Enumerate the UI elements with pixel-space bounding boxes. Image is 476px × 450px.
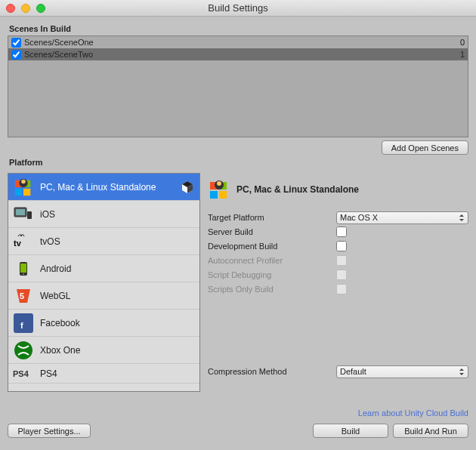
- svg-point-5: [21, 179, 26, 183]
- svg-rect-2: [15, 188, 22, 195]
- add-open-scenes-button[interactable]: Add Open Scenes: [382, 140, 468, 155]
- option-row: Target Platform Mac OS X: [208, 211, 468, 224]
- scene-index: 1: [460, 50, 465, 59]
- option-row: Development Build: [208, 239, 468, 253]
- platform-name: PC, Mac & Linux Standalone: [40, 182, 156, 193]
- platform-row[interactable]: 5 WebGL: [8, 282, 199, 310]
- scene-index: 0: [460, 38, 465, 47]
- option-label: Autoconnect Profiler: [208, 256, 336, 265]
- svg-point-19: [14, 341, 32, 359]
- scene-name: Scenes/SceneTwo: [24, 50, 93, 59]
- platform-row[interactable]: Android: [8, 255, 199, 282]
- svg-text:PS4: PS4: [13, 369, 29, 378]
- svg-rect-24: [219, 191, 227, 199]
- facebook-icon: f: [13, 313, 34, 334]
- option-checkbox[interactable]: [336, 227, 347, 237]
- compression-select[interactable]: Default: [336, 365, 468, 378]
- svg-rect-11: [27, 211, 32, 219]
- svg-text:5: 5: [20, 291, 24, 301]
- scene-name: Scenes/SceneOne: [24, 38, 94, 47]
- close-icon[interactable]: [6, 4, 15, 13]
- option-row: Server Build: [208, 225, 468, 239]
- pc-icon: [208, 178, 230, 201]
- window-title: Build Settings: [0, 2, 476, 14]
- window-controls: [6, 4, 45, 13]
- scene-checkbox[interactable]: [11, 50, 21, 60]
- tvos-icon: tv: [13, 231, 34, 252]
- scenes-list[interactable]: Scenes/SceneOne 0 Scenes/SceneTwo 1: [8, 35, 468, 137]
- build-options-panel: PC, Mac & Linux Standalone Target Platfo…: [208, 173, 468, 418]
- player-settings-button[interactable]: Player Settings...: [8, 424, 91, 438]
- svg-rect-10: [16, 209, 25, 215]
- unity-icon: [180, 180, 195, 195]
- option-checkbox[interactable]: [336, 241, 347, 251]
- scene-checkbox[interactable]: [11, 38, 21, 48]
- svg-rect-23: [210, 191, 218, 199]
- xbox-icon: [13, 340, 34, 361]
- minimize-icon[interactable]: [21, 4, 30, 13]
- android-icon: [13, 258, 34, 279]
- titlebar: Build Settings: [0, 0, 476, 17]
- svg-point-15: [23, 273, 24, 275]
- scenes-label: Scenes In Build: [9, 24, 468, 33]
- build-target-title: PC, Mac & Linux Standalone: [236, 184, 359, 195]
- ios-icon: [13, 204, 34, 225]
- build-button[interactable]: Build: [313, 424, 388, 438]
- zoom-icon[interactable]: [36, 4, 45, 13]
- platform-name: tvOS: [40, 236, 60, 247]
- option-checkbox: [336, 284, 347, 294]
- platform-name: Facebook: [40, 318, 80, 328]
- build-and-run-button[interactable]: Build And Run: [393, 424, 468, 438]
- platform-list[interactable]: PC, Mac & Linux Standalone iOS tv tvOS A…: [8, 173, 200, 392]
- scene-row[interactable]: Scenes/SceneOne 0: [8, 36, 468, 48]
- compression-label: Compression Method: [208, 367, 336, 376]
- option-label: Development Build: [208, 242, 336, 251]
- svg-text:tv: tv: [14, 239, 22, 248]
- platform-label: Platform: [9, 158, 468, 167]
- option-label: Target Platform: [208, 213, 336, 222]
- platform-name: WebGL: [40, 291, 70, 301]
- scene-row[interactable]: Scenes/SceneTwo 1: [8, 48, 468, 60]
- option-row: Autoconnect Profiler: [208, 254, 468, 267]
- cloud-build-link[interactable]: Learn about Unity Cloud Build: [208, 408, 468, 418]
- svg-point-26: [217, 181, 221, 186]
- svg-rect-3: [23, 188, 30, 195]
- svg-rect-17: [14, 313, 33, 333]
- platform-row[interactable]: iOS: [8, 201, 199, 228]
- webgl-icon: 5: [13, 285, 34, 307]
- option-row: Scripts Only Build: [208, 282, 468, 296]
- platform-row[interactable]: PC, Mac & Linux Standalone: [8, 174, 199, 201]
- platform-row[interactable]: tv tvOS: [8, 228, 199, 255]
- svg-rect-14: [20, 264, 26, 273]
- option-label: Server Build: [208, 227, 336, 236]
- pc-icon: [13, 177, 34, 198]
- ps4-icon: PS4: [13, 363, 34, 384]
- platform-name: PS4: [40, 368, 57, 379]
- svg-text:f: f: [20, 321, 23, 330]
- platform-row[interactable]: f Facebook: [8, 310, 199, 337]
- option-row: Script Debugging: [208, 268, 468, 282]
- platform-row[interactable]: PS4 PS4: [8, 364, 199, 384]
- platform-name: Xbox One: [40, 345, 80, 356]
- option-label: Scripts Only Build: [208, 285, 336, 294]
- option-checkbox: [336, 255, 347, 266]
- target-platform-select[interactable]: Mac OS X: [336, 211, 468, 224]
- platform-row[interactable]: Xbox One: [8, 337, 199, 364]
- platform-name: Android: [40, 264, 71, 274]
- option-checkbox: [336, 270, 347, 280]
- platform-name: iOS: [40, 209, 55, 220]
- option-label: Script Debugging: [208, 270, 336, 279]
